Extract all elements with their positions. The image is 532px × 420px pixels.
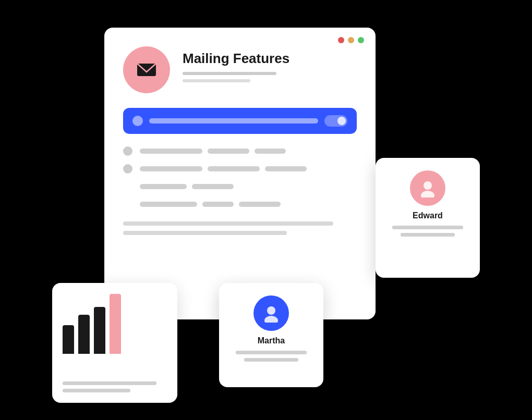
list-row: [123, 164, 357, 174]
chart-bars: [63, 293, 167, 356]
edward-card-lines: [386, 226, 469, 237]
row-bar: [208, 166, 260, 171]
person-icon: [418, 179, 437, 197]
row-bars: [140, 184, 357, 189]
row-bar: [140, 149, 202, 154]
list-row: [123, 146, 357, 156]
martha-card: Martha: [219, 283, 323, 387]
card-line: [392, 226, 463, 229]
search-dot: [132, 116, 143, 126]
list-row: [123, 200, 357, 209]
edward-avatar: [410, 170, 445, 206]
row-bar: [140, 202, 197, 207]
card-line: [236, 351, 307, 354]
main-title: Mailing Features: [183, 51, 289, 67]
chart-line: [63, 381, 156, 385]
maximize-dot: [358, 37, 364, 43]
illustration-scene: Mailing Features: [52, 17, 480, 403]
svg-point-4: [421, 191, 434, 197]
mail-icon-circle: [123, 46, 170, 93]
row-bar: [255, 149, 286, 154]
row-bars: [140, 166, 357, 171]
chart-bar: [94, 307, 105, 354]
main-card: Mailing Features: [104, 28, 376, 319]
card-header: Mailing Features: [123, 46, 357, 93]
window-controls: [338, 37, 364, 43]
row-bar: [192, 184, 234, 189]
bottom-lines: [123, 221, 357, 235]
row-bar: [202, 202, 234, 207]
chart-bottom-lines: [63, 381, 167, 392]
bottom-line: [123, 221, 333, 226]
row-bar: [140, 166, 202, 171]
row-bar: [239, 202, 281, 207]
mail-icon: [135, 58, 158, 81]
row-bar: [265, 166, 307, 171]
search-bar[interactable]: [123, 108, 357, 134]
chart-bar: [78, 315, 90, 354]
row-bars: [140, 202, 357, 207]
row-bars: [140, 149, 357, 154]
close-dot: [338, 37, 344, 43]
person-icon: [262, 304, 281, 323]
edward-card: Edward: [376, 158, 480, 278]
chart-card: [52, 283, 177, 403]
svg-point-1: [267, 306, 275, 315]
row-bar: [208, 149, 249, 154]
minimize-dot: [348, 37, 354, 43]
svg-point-3: [424, 181, 432, 190]
title-decoration-1: [183, 72, 276, 75]
martha-name: Martha: [258, 336, 285, 345]
card-line: [401, 233, 455, 237]
toggle-switch[interactable]: [324, 115, 347, 127]
bottom-line: [123, 231, 287, 235]
title-decoration-2: [183, 79, 250, 82]
row-bullet: [123, 146, 132, 156]
title-block: Mailing Features: [183, 46, 289, 82]
martha-card-lines: [229, 351, 313, 362]
list-row: [123, 182, 357, 191]
svg-point-2: [264, 316, 278, 323]
search-input-bar: [149, 118, 318, 123]
row-bar: [140, 184, 187, 189]
edward-name: Edward: [413, 211, 443, 220]
chart-bar: [63, 325, 74, 354]
chart-bar-highlight: [110, 294, 121, 354]
martha-avatar: [253, 295, 289, 331]
list-rows: [123, 146, 357, 209]
row-bullet: [123, 164, 132, 174]
card-line: [244, 358, 298, 362]
chart-line: [63, 389, 130, 392]
